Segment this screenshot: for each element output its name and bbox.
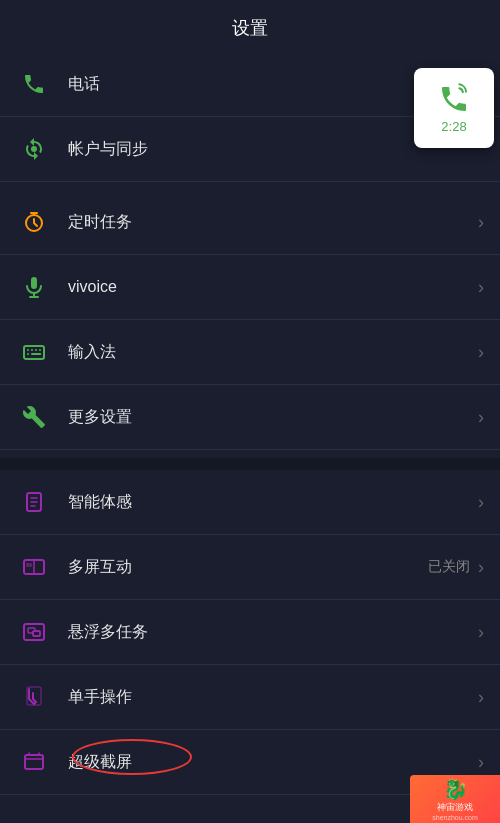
menu-item-smart[interactable]: 智能体感 › — [0, 470, 500, 535]
screenshot-icon — [16, 744, 52, 780]
multiscreen-icon — [16, 549, 52, 585]
onehand-icon — [16, 679, 52, 715]
smart-chevron: › — [478, 492, 484, 513]
vivoice-label: vivoice — [68, 278, 478, 296]
svg-point-0 — [31, 146, 37, 152]
watermark: 🐉 神宙游戏 shenzhou.com — [410, 775, 500, 823]
wrench-icon — [16, 399, 52, 435]
screenshot-chevron: › — [478, 752, 484, 773]
section-smart: 智能体感 › 多屏互动 已关闭 › 悬浮多任务 › — [0, 470, 500, 795]
svg-rect-5 — [24, 346, 44, 359]
multiscreen-value: 已关闭 — [428, 558, 470, 576]
phone-icon — [16, 66, 52, 102]
floating-icon — [16, 614, 52, 650]
more-chevron: › — [478, 407, 484, 428]
input-label: 输入法 — [68, 342, 478, 363]
menu-item-more[interactable]: 更多设置 › — [0, 385, 500, 450]
floating-chevron: › — [478, 622, 484, 643]
menu-item-input[interactable]: 输入法 › — [0, 320, 500, 385]
menu-item-onehand[interactable]: 单手操作 › — [0, 665, 500, 730]
watermark-text: 神宙游戏 — [437, 801, 473, 814]
svg-rect-22 — [25, 755, 43, 769]
onehand-chevron: › — [478, 687, 484, 708]
input-chevron: › — [478, 342, 484, 363]
smart-icon — [16, 484, 52, 520]
smart-label: 智能体感 — [68, 492, 478, 513]
menu-item-vivoice[interactable]: vivoice › — [0, 255, 500, 320]
menu-item-timer[interactable]: 定时任务 › — [0, 190, 500, 255]
sync-icon — [16, 131, 52, 167]
svg-rect-16 — [26, 563, 32, 567]
svg-rect-2 — [31, 277, 37, 289]
menu-item-multiscreen[interactable]: 多屏互动 已关闭 › — [0, 535, 500, 600]
floating-label: 悬浮多任务 — [68, 622, 478, 643]
mic-icon — [16, 269, 52, 305]
more-label: 更多设置 — [68, 407, 478, 428]
screenshot-label: 超级截屏 — [68, 752, 478, 773]
section-divider — [0, 458, 500, 470]
keyboard-icon — [16, 334, 52, 370]
timer-label: 定时任务 — [68, 212, 478, 233]
multiscreen-chevron: › — [478, 557, 484, 578]
multiscreen-label: 多屏互动 — [68, 557, 428, 578]
vivoice-chevron: › — [478, 277, 484, 298]
section-tools: 定时任务 › vivoice › — [0, 190, 500, 450]
timer-chevron: › — [478, 212, 484, 233]
watermark-url: shenzhou.com — [432, 814, 478, 821]
call-popup[interactable]: 2:28 — [414, 68, 494, 148]
page-title: 设置 — [0, 0, 500, 52]
onehand-label: 单手操作 — [68, 687, 478, 708]
menu-item-floating[interactable]: 悬浮多任务 › — [0, 600, 500, 665]
timer-icon — [16, 204, 52, 240]
call-time: 2:28 — [441, 119, 466, 134]
